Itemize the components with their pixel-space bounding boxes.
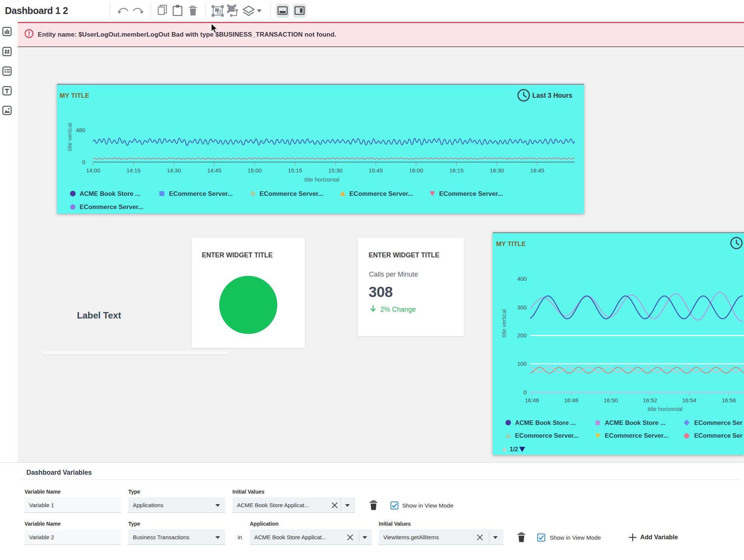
svg-text:0: 0 [524,389,527,395]
svg-text:ECommerce Server...: ECommerce Server... [439,191,503,197]
svg-text:14:30: 14:30 [167,167,181,174]
svg-text:ECommerce Server...: ECommerce Server... [515,432,579,439]
svg-text:ECommerce Ser: ECommerce Ser [694,432,742,439]
svg-text:title vertical: title vertical [66,123,73,151]
svg-text:16:48: 16:48 [564,397,578,403]
svg-text:16:00: 16:00 [409,167,423,174]
svg-text:1/2: 1/2 [510,446,518,452]
svg-text:16:30: 16:30 [490,167,504,174]
svg-text:ACME Book Store ...: ACME Book Store ... [80,191,140,197]
svg-text:ECommerce Server...: ECommerce Server... [349,191,413,197]
svg-text:2% Change: 2% Change [380,306,416,313]
svg-text:title horizontal: title horizontal [648,406,683,412]
svg-text:16:45: 16:45 [530,167,544,174]
svg-text:16:15: 16:15 [449,167,464,174]
svg-text:480: 480 [76,127,85,133]
svg-text:title horizontal: title horizontal [304,176,340,183]
svg-text:15:45: 15:45 [369,167,383,174]
svg-text:300: 300 [517,304,527,311]
svg-text:14:15: 14:15 [126,167,141,174]
svg-text:15:30: 15:30 [328,167,343,174]
svg-text:200: 200 [517,332,527,338]
svg-text:16:56: 16:56 [722,397,736,403]
svg-text:ECommerce Server...: ECommerce Server... [80,204,143,210]
svg-text:ECommerce Server...: ECommerce Server... [605,432,669,439]
svg-text:title vertical: title vertical [501,309,507,337]
svg-text:16:46: 16:46 [525,397,539,403]
svg-text:400: 400 [517,275,527,282]
svg-text:ECommerce Ser: ECommerce Ser [694,420,742,426]
svg-text:14:00: 14:00 [86,167,100,174]
svg-text:16:52: 16:52 [643,397,657,403]
svg-text:16:50: 16:50 [604,397,618,403]
svg-text:ACME Book Store ...: ACME Book Store ... [605,420,666,426]
svg-text:15:15: 15:15 [288,167,302,174]
svg-text:14:45: 14:45 [207,167,221,174]
svg-text:ACME Book Store ...: ACME Book Store ... [515,420,576,426]
svg-text:15:00: 15:00 [247,167,262,174]
svg-text:ECommerce Server...: ECommerce Server... [260,191,323,197]
svg-text:100: 100 [517,360,527,367]
svg-text:ECommerce Server...: ECommerce Server... [169,191,233,197]
svg-text:16:54: 16:54 [682,397,696,403]
svg-text:0: 0 [82,159,85,165]
